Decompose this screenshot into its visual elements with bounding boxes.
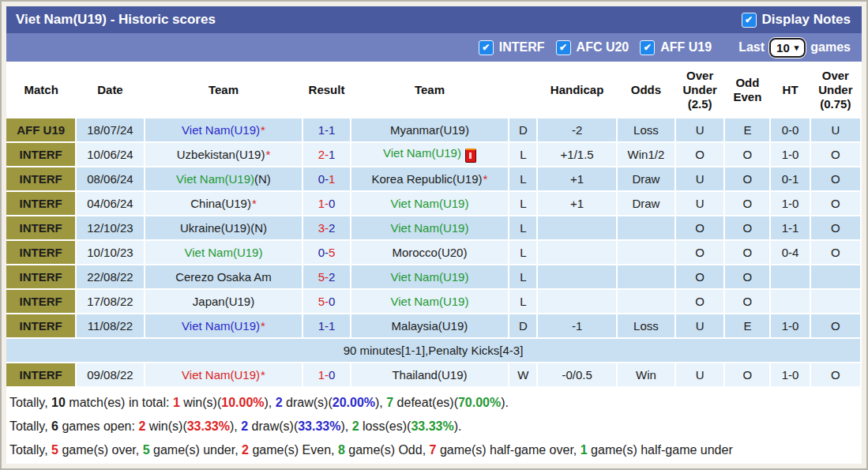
- filter-checkbox-afc-u20[interactable]: ✔: [556, 40, 571, 55]
- summary-segment: 7: [386, 396, 393, 409]
- filter-checkbox-interf[interactable]: ✔: [479, 40, 494, 55]
- score-cell: 3-2: [302, 216, 350, 240]
- odd-even-cell: O: [724, 216, 770, 240]
- check-icon: ✔: [745, 15, 753, 24]
- table-row: INTERF08/06/24Viet Nam(U19)(N)0-1Korea R…: [6, 167, 861, 191]
- check-icon: ✔: [482, 43, 490, 52]
- team-name: Myanmar(U19): [390, 123, 469, 137]
- home-team-cell: Uzbekistan(U19)*: [145, 142, 303, 167]
- result-letter-cell: L: [509, 167, 537, 191]
- result-letter-cell: L: [509, 240, 537, 265]
- away-team-cell: Viet Nam(U19): [351, 216, 509, 240]
- home-score: 0: [318, 246, 325, 259]
- home-score: 5: [318, 295, 325, 308]
- away-team-cell: Morocco(U20): [351, 240, 509, 265]
- summary-segment: ),: [340, 419, 351, 433]
- summary-segment: ).: [501, 396, 509, 409]
- star-marker: *: [261, 319, 265, 333]
- score-cell: 2-1: [302, 142, 350, 167]
- over-under-2.5-cell: U: [675, 191, 724, 216]
- away-team-cell: Viet Nam(U19): [351, 191, 509, 216]
- summary-segment: Totally,: [9, 419, 51, 433]
- odds-cell: Draw: [617, 191, 675, 216]
- summary-segment: match(es) in total:: [66, 396, 173, 409]
- match-label: INTERF: [6, 216, 76, 240]
- filter-bar: ✔INTERF✔AFC U20✔AFF U19 Last 10 ▾ games: [6, 33, 862, 62]
- match-label: INTERF: [6, 289, 76, 314]
- team-name: Viet Nam(U19): [185, 246, 263, 259]
- filter-checkboxes: ✔INTERF✔AFC U20✔AFF U19: [468, 40, 712, 55]
- team-name: Malaysia(U19): [392, 319, 468, 333]
- team-name: Viet Nam(U19): [390, 221, 468, 235]
- home-team-cell: Ukraine(U19)(N): [145, 216, 303, 240]
- summary-segment: 5: [51, 443, 58, 457]
- summary-segment: Totally,: [9, 443, 51, 457]
- team-name: Viet Nam(U19): [182, 319, 260, 333]
- summary-segment: draw(s)(: [283, 396, 333, 409]
- date-cell: 11/08/22: [76, 314, 144, 338]
- team-name: Thailand(U19): [392, 368, 467, 382]
- last-games-select[interactable]: 10 ▾: [769, 38, 806, 58]
- result-letter-cell: L: [509, 142, 537, 167]
- away-score: 0: [329, 197, 335, 210]
- display-notes-group: ✔ Display Notes: [742, 12, 851, 28]
- odds-cell: [617, 289, 675, 314]
- games-label: games: [810, 40, 851, 55]
- over-under-0.75-cell: U: [810, 118, 861, 142]
- home-score: 1: [318, 319, 325, 333]
- note-row: 90 minutes[1-1],Penalty Kicks[4-3]: [6, 338, 861, 363]
- summary-segment: ),: [265, 396, 276, 409]
- over-under-2.5-cell: U: [675, 167, 724, 191]
- team-name: Japan(U19): [193, 295, 254, 308]
- score-cell: 0-1: [302, 167, 350, 191]
- team-name: Cerezo Osaka Am: [175, 270, 272, 284]
- check-icon: ✔: [559, 43, 567, 52]
- odd-even-cell: O: [724, 191, 770, 216]
- away-team-cell: Korea Republic(U19)*: [351, 167, 509, 191]
- summary-segment: 2: [352, 419, 359, 433]
- handicap-cell: +1: [537, 191, 616, 216]
- date-cell: 17/08/22: [76, 289, 144, 314]
- summary-segment: win(s)(: [145, 419, 186, 433]
- ht-cell: 1-0: [770, 314, 810, 338]
- summary-segment: 33.33%: [187, 419, 230, 433]
- filter-checkbox-aff-u19[interactable]: ✔: [640, 40, 655, 55]
- handicap-cell: -1: [537, 314, 616, 338]
- summary-segment: 20.00%: [333, 396, 375, 409]
- home-score: 5: [318, 270, 325, 284]
- result-letter-cell: L: [509, 191, 537, 216]
- home-team-cell: China(U19)*: [145, 191, 303, 216]
- ht-cell: 0-0: [770, 118, 810, 142]
- over-under-2.5-cell: U: [675, 363, 724, 387]
- summary-segment: 2: [241, 419, 248, 433]
- ht-cell: 1-0: [770, 191, 810, 216]
- home-team-cell: Viet Nam(U19)*: [145, 314, 303, 338]
- result-letter-cell: D: [509, 118, 537, 142]
- display-notes-checkbox[interactable]: ✔: [742, 13, 757, 28]
- summary-segment: game(s) over,: [58, 443, 143, 457]
- panel-body: Viet Nam(U19) - Historic scores ✔ Displa…: [6, 6, 862, 464]
- summary-line: Totally, 10 match(es) in total: 1 win(s)…: [9, 391, 860, 415]
- summary-segment: 1: [173, 396, 180, 409]
- over-under-2.5-cell: O: [675, 216, 724, 240]
- score-cell: 1-1: [302, 118, 350, 142]
- summary-segment: game(s) under,: [150, 443, 242, 457]
- home-team-cell: Viet Nam(U19)*: [145, 363, 303, 387]
- result-letter-cell: W: [509, 363, 537, 387]
- summary-segment: loss(es)(: [359, 419, 411, 433]
- scores-table: MatchDateTeamResultTeamHandicapOddsOver …: [6, 62, 862, 388]
- match-label: INTERF: [6, 265, 76, 289]
- away-score: 5: [329, 246, 335, 259]
- summary-segment: 33.33%: [298, 419, 340, 433]
- odds-cell: [617, 265, 675, 289]
- over-under-2.5-cell: O: [675, 289, 724, 314]
- away-score: 1: [329, 172, 335, 186]
- date-cell: 12/10/23: [76, 216, 144, 240]
- summary-segment: game(s) half-game under: [588, 443, 733, 457]
- team-name: Viet Nam(U19): [182, 123, 260, 137]
- over-under-0.75-cell: O: [810, 142, 861, 167]
- col-header-odd-even: Odd Even: [724, 62, 770, 118]
- summary-segment: ),: [375, 396, 386, 409]
- date-cell: 08/06/24: [76, 167, 144, 191]
- ht-cell: 1-1: [770, 216, 810, 240]
